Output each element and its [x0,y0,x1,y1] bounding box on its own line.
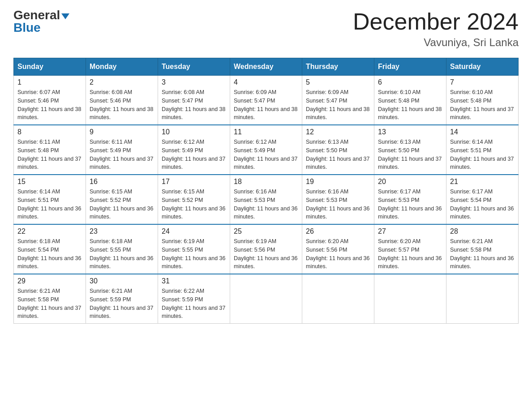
header-tuesday: Tuesday [158,58,230,76]
calendar-cell: 18Sunrise: 6:16 AMSunset: 5:53 PMDayligh… [230,175,302,224]
day-number: 20 [378,178,442,186]
calendar-cell: 8Sunrise: 6:11 AMSunset: 5:48 PMDaylight… [14,125,86,175]
day-info: Sunrise: 6:10 AMSunset: 5:48 PMDaylight:… [378,88,442,122]
day-info: Sunrise: 6:20 AMSunset: 5:56 PMDaylight:… [306,237,370,271]
day-number: 17 [162,178,226,186]
day-number: 15 [17,178,82,186]
day-number: 12 [306,128,370,136]
day-number: 6 [378,78,442,86]
day-info: Sunrise: 6:18 AMSunset: 5:55 PMDaylight:… [90,237,154,271]
day-number: 14 [450,128,515,136]
calendar-cell [446,274,519,324]
day-number: 18 [234,178,298,186]
calendar-cell: 31Sunrise: 6:22 AMSunset: 5:59 PMDayligh… [158,274,230,324]
logo: General Blue [13,9,69,34]
header-thursday: Thursday [302,58,374,76]
calendar-cell: 16Sunrise: 6:15 AMSunset: 5:52 PMDayligh… [86,175,158,224]
calendar-header-row: SundayMondayTuesdayWednesdayThursdayFrid… [14,58,519,76]
day-info: Sunrise: 6:07 AMSunset: 5:46 PMDaylight:… [17,88,82,122]
day-info: Sunrise: 6:08 AMSunset: 5:46 PMDaylight:… [90,88,154,122]
day-info: Sunrise: 6:11 AMSunset: 5:49 PMDaylight:… [90,138,154,171]
day-number: 26 [306,227,370,235]
day-number: 1 [17,78,82,86]
day-info: Sunrise: 6:21 AMSunset: 5:58 PMDaylight:… [450,237,515,271]
day-info: Sunrise: 6:19 AMSunset: 5:55 PMDaylight:… [162,237,226,271]
day-number: 11 [234,128,298,136]
calendar-cell: 22Sunrise: 6:18 AMSunset: 5:54 PMDayligh… [14,224,86,274]
calendar-table: SundayMondayTuesdayWednesdayThursdayFrid… [13,58,519,324]
day-number: 5 [306,78,370,86]
day-info: Sunrise: 6:15 AMSunset: 5:52 PMDaylight:… [90,188,154,221]
day-number: 16 [90,178,154,186]
day-info: Sunrise: 6:12 AMSunset: 5:49 PMDaylight:… [162,138,226,171]
day-info: Sunrise: 6:17 AMSunset: 5:54 PMDaylight:… [450,188,515,221]
calendar-cell [374,274,446,324]
calendar-cell: 7Sunrise: 6:10 AMSunset: 5:48 PMDaylight… [446,76,519,125]
calendar-week-row: 8Sunrise: 6:11 AMSunset: 5:48 PMDaylight… [14,125,519,175]
day-info: Sunrise: 6:22 AMSunset: 5:59 PMDaylight:… [162,287,226,321]
logo-triangle-icon [61,13,69,19]
day-info: Sunrise: 6:19 AMSunset: 5:56 PMDaylight:… [234,237,298,271]
day-number: 10 [162,128,226,136]
day-number: 8 [17,128,82,136]
header-sunday: Sunday [14,58,86,76]
day-number: 28 [450,227,515,235]
day-number: 3 [162,78,226,86]
day-number: 21 [450,178,515,186]
calendar-cell: 4Sunrise: 6:09 AMSunset: 5:47 PMDaylight… [230,76,302,125]
day-info: Sunrise: 6:16 AMSunset: 5:53 PMDaylight:… [306,188,370,221]
calendar-cell: 2Sunrise: 6:08 AMSunset: 5:46 PMDaylight… [86,76,158,125]
day-number: 30 [90,277,154,285]
calendar-cell: 13Sunrise: 6:13 AMSunset: 5:50 PMDayligh… [374,125,446,175]
header-saturday: Saturday [446,58,519,76]
day-info: Sunrise: 6:16 AMSunset: 5:53 PMDaylight:… [234,188,298,221]
day-number: 19 [306,178,370,186]
day-info: Sunrise: 6:09 AMSunset: 5:47 PMDaylight:… [306,88,370,122]
calendar-cell: 20Sunrise: 6:17 AMSunset: 5:53 PMDayligh… [374,175,446,224]
calendar-cell: 3Sunrise: 6:08 AMSunset: 5:47 PMDaylight… [158,76,230,125]
month-title: December 2024 [353,9,519,34]
day-info: Sunrise: 6:14 AMSunset: 5:51 PMDaylight:… [450,138,515,171]
day-info: Sunrise: 6:13 AMSunset: 5:50 PMDaylight:… [378,138,442,171]
day-info: Sunrise: 6:08 AMSunset: 5:47 PMDaylight:… [162,88,226,122]
day-number: 9 [90,128,154,136]
header-wednesday: Wednesday [230,58,302,76]
page-header: General Blue December 2024 Vavuniya, Sri… [13,9,519,49]
day-number: 23 [90,227,154,235]
day-info: Sunrise: 6:13 AMSunset: 5:50 PMDaylight:… [306,138,370,171]
calendar-cell: 19Sunrise: 6:16 AMSunset: 5:53 PMDayligh… [302,175,374,224]
calendar-cell: 25Sunrise: 6:19 AMSunset: 5:56 PMDayligh… [230,224,302,274]
calendar-week-row: 15Sunrise: 6:14 AMSunset: 5:51 PMDayligh… [14,175,519,224]
day-info: Sunrise: 6:21 AMSunset: 5:58 PMDaylight:… [17,287,82,321]
day-number: 2 [90,78,154,86]
calendar-cell: 6Sunrise: 6:10 AMSunset: 5:48 PMDaylight… [374,76,446,125]
day-number: 24 [162,227,226,235]
day-number: 4 [234,78,298,86]
calendar-cell: 11Sunrise: 6:12 AMSunset: 5:49 PMDayligh… [230,125,302,175]
day-info: Sunrise: 6:10 AMSunset: 5:48 PMDaylight:… [450,88,515,122]
day-info: Sunrise: 6:18 AMSunset: 5:54 PMDaylight:… [17,237,82,271]
header-friday: Friday [374,58,446,76]
calendar-cell: 15Sunrise: 6:14 AMSunset: 5:51 PMDayligh… [14,175,86,224]
day-number: 7 [450,78,515,86]
calendar-cell: 26Sunrise: 6:20 AMSunset: 5:56 PMDayligh… [302,224,374,274]
logo-general-text: General [13,9,60,21]
day-info: Sunrise: 6:12 AMSunset: 5:49 PMDaylight:… [234,138,298,171]
calendar-cell: 10Sunrise: 6:12 AMSunset: 5:49 PMDayligh… [158,125,230,175]
calendar-cell: 30Sunrise: 6:21 AMSunset: 5:59 PMDayligh… [86,274,158,324]
calendar-cell: 27Sunrise: 6:20 AMSunset: 5:57 PMDayligh… [374,224,446,274]
calendar-week-row: 1Sunrise: 6:07 AMSunset: 5:46 PMDaylight… [14,76,519,125]
day-info: Sunrise: 6:09 AMSunset: 5:47 PMDaylight:… [234,88,298,122]
day-info: Sunrise: 6:11 AMSunset: 5:48 PMDaylight:… [17,138,82,171]
calendar-cell: 28Sunrise: 6:21 AMSunset: 5:58 PMDayligh… [446,224,519,274]
calendar-cell: 29Sunrise: 6:21 AMSunset: 5:58 PMDayligh… [14,274,86,324]
calendar-cell [230,274,302,324]
day-info: Sunrise: 6:17 AMSunset: 5:53 PMDaylight:… [378,188,442,221]
day-info: Sunrise: 6:15 AMSunset: 5:52 PMDaylight:… [162,188,226,221]
calendar-week-row: 22Sunrise: 6:18 AMSunset: 5:54 PMDayligh… [14,224,519,274]
day-number: 22 [17,227,82,235]
title-area: December 2024 Vavuniya, Sri Lanka [353,9,519,49]
day-number: 27 [378,227,442,235]
calendar-cell: 1Sunrise: 6:07 AMSunset: 5:46 PMDaylight… [14,76,86,125]
day-number: 25 [234,227,298,235]
